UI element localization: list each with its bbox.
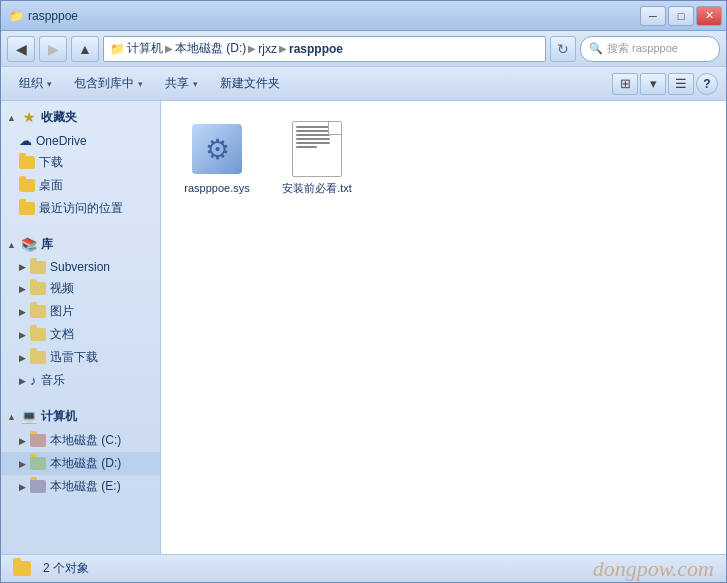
sidebar: ▲ ★ 收藏夹 ☁ OneDrive 下载 桌面 bbox=[1, 101, 161, 554]
documents-icon bbox=[30, 328, 46, 341]
up-button[interactable]: ▲ bbox=[71, 36, 99, 62]
pictures-label: 图片 bbox=[50, 303, 74, 320]
title-bar: 📁 raspppoe ─ □ ✕ bbox=[1, 1, 726, 31]
computer-label: 计算机 bbox=[41, 408, 77, 425]
sidebar-item-thunder[interactable]: ▶ 迅雷下载 bbox=[1, 346, 160, 369]
music-expand-icon: ▶ bbox=[19, 376, 26, 386]
sidebar-item-music[interactable]: ▶ ♪ 音乐 bbox=[1, 369, 160, 392]
search-bar[interactable]: 🔍 搜索 raspppoe bbox=[580, 36, 720, 62]
gear-icon: ⚙ bbox=[205, 133, 230, 166]
libraries-header[interactable]: ▲ 📚 库 bbox=[1, 232, 160, 257]
command-bar: 组织 ▾ 包含到库中 ▾ 共享 ▾ 新建文件夹 ⊞ ▾ ☰ ? bbox=[1, 67, 726, 101]
new-folder-button[interactable]: 新建文件夹 bbox=[210, 71, 290, 97]
close-icon: ✕ bbox=[705, 9, 714, 22]
sys-file-icon: ⚙ bbox=[189, 121, 245, 177]
txt-file-label: 安装前必看.txt bbox=[282, 181, 352, 195]
sidebar-item-desktop[interactable]: 桌面 bbox=[1, 174, 160, 197]
minimize-button[interactable]: ─ bbox=[640, 6, 666, 26]
details-pane-button[interactable]: ☰ bbox=[668, 73, 694, 95]
sidebar-item-drive-d[interactable]: ▶ 本地磁盘 (D:) bbox=[1, 452, 160, 475]
onedrive-label: OneDrive bbox=[36, 134, 87, 148]
breadcrumb-item-2[interactable]: 本地磁盘 (D:) bbox=[175, 40, 246, 57]
drive-c-expand-icon: ▶ bbox=[19, 436, 26, 446]
include-in-button[interactable]: 包含到库中 ▾ bbox=[64, 71, 153, 97]
thunder-label: 迅雷下载 bbox=[50, 349, 98, 366]
subversion-icon bbox=[30, 261, 46, 274]
new-folder-label: 新建文件夹 bbox=[220, 75, 280, 92]
sidebar-item-pictures[interactable]: ▶ 图片 bbox=[1, 300, 160, 323]
drive-e-icon bbox=[30, 480, 46, 493]
view-mode-button[interactable]: ⊞ bbox=[612, 73, 638, 95]
breadcrumb-sep-2: ▶ bbox=[248, 43, 256, 54]
breadcrumb-icon: 📁 bbox=[110, 42, 125, 56]
help-button[interactable]: ? bbox=[696, 73, 718, 95]
organize-label: 组织 bbox=[19, 75, 43, 92]
organize-button[interactable]: 组织 ▾ bbox=[9, 71, 62, 97]
breadcrumb-item-1[interactable]: 计算机 bbox=[127, 40, 163, 57]
folder-icon: 📁 bbox=[9, 9, 24, 23]
breadcrumb-item-3[interactable]: rjxz bbox=[258, 42, 277, 56]
document-icon bbox=[292, 121, 342, 177]
sidebar-scroll[interactable]: ▲ ★ 收藏夹 ☁ OneDrive 下载 桌面 bbox=[1, 101, 160, 554]
video-label: 视频 bbox=[50, 280, 74, 297]
breadcrumb-item-4[interactable]: raspppoe bbox=[289, 42, 343, 56]
forward-button[interactable]: ▶ bbox=[39, 36, 67, 62]
include-in-label: 包含到库中 bbox=[74, 75, 134, 92]
computer-expand-icon: ▲ bbox=[7, 412, 17, 422]
sidebar-item-drive-c[interactable]: ▶ 本地磁盘 (C:) bbox=[1, 429, 160, 452]
sidebar-item-video[interactable]: ▶ 视频 bbox=[1, 277, 160, 300]
title-bar-text: 📁 raspppoe bbox=[9, 9, 78, 23]
documents-label: 文档 bbox=[50, 326, 74, 343]
libraries-label: 库 bbox=[41, 236, 53, 253]
sidebar-item-subversion[interactable]: ▶ Subversion bbox=[1, 257, 160, 277]
sys-file-label: raspppoe.sys bbox=[184, 181, 249, 195]
txt-line-3 bbox=[296, 134, 330, 136]
forward-icon: ▶ bbox=[48, 41, 59, 57]
downloads-label: 下载 bbox=[39, 154, 63, 171]
txt-line-4 bbox=[296, 138, 330, 140]
refresh-button[interactable]: ↻ bbox=[550, 36, 576, 62]
status-count: 2 个对象 bbox=[43, 560, 89, 577]
favorites-expand-icon: ▲ bbox=[7, 113, 17, 123]
help-icon: ? bbox=[703, 77, 710, 91]
recent-icon bbox=[19, 202, 35, 215]
libraries-section: ▲ 📚 库 ▶ Subversion ▶ 视频 bbox=[1, 232, 160, 392]
documents-expand-icon: ▶ bbox=[19, 330, 26, 340]
up-icon: ▲ bbox=[78, 41, 92, 57]
search-placeholder: 搜索 raspppoe bbox=[607, 41, 678, 56]
drive-d-icon bbox=[30, 457, 46, 470]
details-icon: ☰ bbox=[675, 76, 687, 91]
view-chevron-button[interactable]: ▾ bbox=[640, 73, 666, 95]
computer-icon: 💻 bbox=[21, 409, 37, 425]
pictures-expand-icon: ▶ bbox=[19, 307, 26, 317]
txt-file-icon bbox=[289, 121, 345, 177]
pictures-icon bbox=[30, 305, 46, 318]
libraries-expand-icon: ▲ bbox=[7, 240, 17, 250]
breadcrumb[interactable]: 📁 计算机 ▶ 本地磁盘 (D:) ▶ rjxz ▶ raspppoe bbox=[103, 36, 546, 62]
breadcrumb-sep-1: ▶ bbox=[165, 43, 173, 54]
video-icon bbox=[30, 282, 46, 295]
sidebar-item-drive-e[interactable]: ▶ 本地磁盘 (E:) bbox=[1, 475, 160, 498]
txt-line-1 bbox=[296, 126, 330, 128]
share-button[interactable]: 共享 ▾ bbox=[155, 71, 208, 97]
refresh-icon: ↻ bbox=[557, 41, 569, 57]
file-area[interactable]: ⚙ raspppoe.sys bbox=[161, 101, 726, 554]
drive-e-expand-icon: ▶ bbox=[19, 482, 26, 492]
favorites-section: ▲ ★ 收藏夹 ☁ OneDrive 下载 桌面 bbox=[1, 105, 160, 220]
file-item-txt[interactable]: 安装前必看.txt bbox=[277, 117, 357, 199]
drive-c-icon bbox=[30, 434, 46, 447]
sidebar-item-downloads[interactable]: 下载 bbox=[1, 151, 160, 174]
share-label: 共享 bbox=[165, 75, 189, 92]
favorites-header[interactable]: ▲ ★ 收藏夹 bbox=[1, 105, 160, 130]
maximize-button[interactable]: □ bbox=[668, 6, 694, 26]
back-button[interactable]: ◀ bbox=[7, 36, 35, 62]
computer-header[interactable]: ▲ 💻 计算机 bbox=[1, 404, 160, 429]
sidebar-item-onedrive[interactable]: ☁ OneDrive bbox=[1, 130, 160, 151]
close-button[interactable]: ✕ bbox=[696, 6, 722, 26]
search-icon: 🔍 bbox=[589, 42, 603, 55]
file-item-sys[interactable]: ⚙ raspppoe.sys bbox=[177, 117, 257, 199]
sidebar-item-recent[interactable]: 最近访问的位置 bbox=[1, 197, 160, 220]
organize-chevron: ▾ bbox=[47, 79, 52, 89]
watermark: dongpow.com bbox=[593, 556, 714, 582]
sidebar-item-documents[interactable]: ▶ 文档 bbox=[1, 323, 160, 346]
